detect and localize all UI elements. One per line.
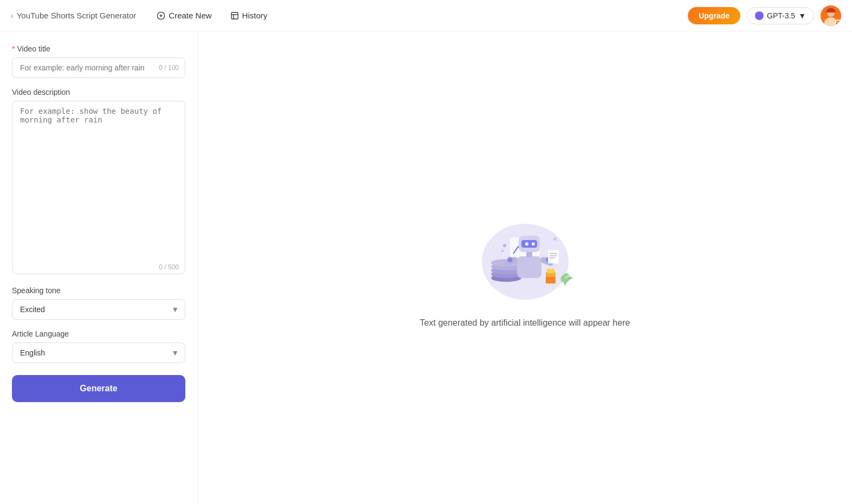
video-description-wrap: 0 / 500 — [12, 101, 185, 276]
article-language-select[interactable]: English Spanish French German Italian Po… — [12, 343, 185, 363]
create-new-button[interactable]: Create New — [152, 9, 216, 22]
back-navigation[interactable]: ‹ YouTube Shorts Script Generator — [11, 11, 136, 20]
header-right: Upgrade GPT-3.5 ▼ % — [688, 5, 841, 26]
app-title: YouTube Shorts Script Generator — [17, 11, 137, 20]
video-description-char-count: 0 / 500 — [159, 263, 179, 271]
svg-point-21 — [525, 242, 528, 245]
video-description-label: Video description — [12, 88, 185, 96]
speaking-tone-label: Speaking tone — [12, 286, 185, 295]
video-title-field: *Video title 0 / 100 — [12, 44, 185, 78]
gpt-model-label: GPT-3.5 — [767, 11, 795, 20]
left-panel: *Video title 0 / 100 Video description 0… — [0, 31, 198, 504]
svg-rect-3 — [231, 12, 238, 19]
history-label: History — [242, 11, 268, 20]
svg-point-22 — [532, 242, 535, 245]
upgrade-button[interactable]: Upgrade — [688, 7, 740, 24]
svg-rect-17 — [517, 256, 541, 278]
video-description-field: Video description 0 / 500 — [12, 88, 185, 276]
gpt-dropdown-icon: ▼ — [798, 11, 806, 20]
article-language-label: Article Language — [12, 329, 185, 338]
create-new-icon — [157, 11, 165, 20]
svg-point-37 — [501, 250, 504, 252]
header-nav: Create New History — [152, 9, 272, 22]
create-new-label: Create New — [169, 11, 211, 20]
header: ‹ YouTube Shorts Script Generator Create… — [0, 0, 852, 31]
video-title-input-wrap: 0 / 100 — [12, 57, 185, 78]
article-language-select-wrap: English Spanish French German Italian Po… — [12, 343, 185, 363]
avatar[interactable]: % — [821, 5, 841, 26]
generate-button[interactable]: Generate — [12, 375, 185, 402]
svg-rect-31 — [546, 277, 556, 283]
speaking-tone-select[interactable]: Excited Calm Funny Serious Inspirational — [12, 299, 185, 320]
video-title-char-count: 0 / 100 — [159, 64, 179, 72]
svg-point-23 — [527, 243, 528, 244]
main-layout: *Video title 0 / 100 Video description 0… — [0, 31, 852, 504]
svg-point-36 — [503, 244, 506, 247]
back-icon: ‹ — [11, 11, 14, 20]
right-panel: Text generated by artificial intelligenc… — [198, 31, 852, 504]
article-language-field: Article Language English Spanish French … — [12, 329, 185, 363]
history-icon — [230, 11, 239, 20]
svg-point-38 — [553, 237, 557, 241]
gpt-model-icon — [755, 11, 764, 20]
ai-placeholder-text: Text generated by artificial intelligenc… — [420, 318, 630, 328]
svg-point-27 — [507, 257, 513, 262]
robot-illustration — [466, 208, 585, 305]
gpt-selector-button[interactable]: GPT-3.5 ▼ — [747, 7, 814, 24]
svg-rect-32 — [548, 250, 559, 263]
svg-point-24 — [533, 243, 534, 244]
video-title-label: *Video title — [12, 44, 185, 53]
svg-rect-30 — [547, 269, 554, 273]
speaking-tone-select-wrap: Excited Calm Funny Serious Inspirational… — [12, 299, 185, 320]
video-description-input[interactable] — [12, 101, 185, 274]
history-button[interactable]: History — [226, 9, 272, 22]
avatar-badge: % — [835, 20, 841, 26]
speaking-tone-field: Speaking tone Excited Calm Funny Serious… — [12, 286, 185, 320]
